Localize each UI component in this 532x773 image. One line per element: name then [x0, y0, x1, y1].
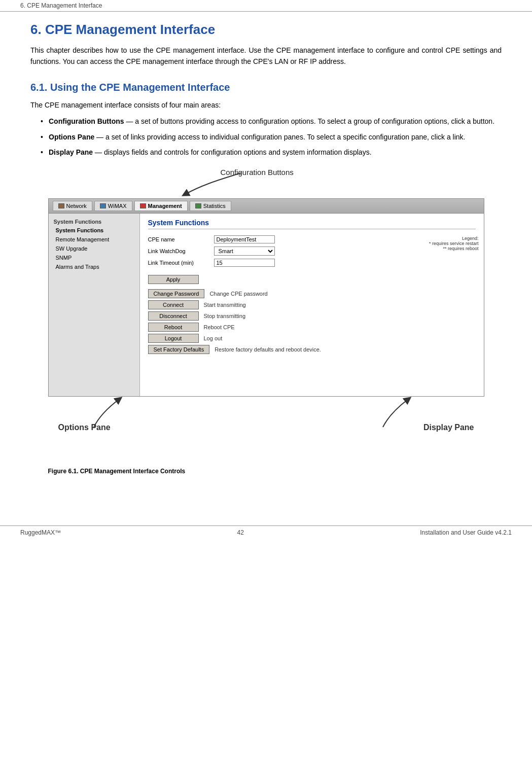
header-text: 6. CPE Management Interface — [20, 2, 102, 9]
tab-network[interactable]: Network — [53, 201, 92, 211]
cpe-sidebar: System Functions System Functions Remote… — [49, 214, 140, 396]
footer-left: RuggedMAX™ — [20, 529, 61, 536]
tab-management-label: Management — [148, 203, 182, 209]
form-row-link-timeout: Link Timeout (min) — [148, 259, 476, 267]
sidebar-item-snmp[interactable]: SNMP — [49, 253, 139, 262]
disconnect-button[interactable]: Disconnect — [148, 311, 199, 321]
form-row-link-watchdog: Link WatchDog Smart — [148, 247, 476, 256]
label-link-watchdog: Link WatchDog — [148, 248, 214, 254]
change-password-button[interactable]: Change Password — [148, 289, 205, 298]
label-link-timeout: Link Timeout (min) — [148, 260, 214, 266]
section1-title: 6.1. Using the CPE Management Interface — [30, 82, 502, 93]
button-row-connect: Connect Start transmitting — [148, 300, 476, 309]
factory-defaults-desc: Restore factory defaults and reboot devi… — [215, 346, 321, 353]
sidebar-item-system-functions[interactable]: System Functions — [49, 226, 139, 235]
factory-defaults-button[interactable]: Set Factory Defaults — [148, 345, 210, 354]
logout-desc: Log out — [204, 335, 223, 341]
sidebar-item-remote-management[interactable]: Remote Management — [49, 235, 139, 244]
chapter-intro: This chapter describes how to use the CP… — [30, 45, 502, 67]
button-row-disconnect: Disconnect Stop transmitting — [148, 311, 476, 321]
statistics-icon — [195, 203, 201, 208]
footer-center: 42 — [237, 529, 243, 536]
select-link-watchdog[interactable]: Smart — [214, 247, 275, 256]
chapter-title: 6. CPE Management Interface — [30, 22, 502, 38]
tab-wimax-label: WiMAX — [108, 203, 127, 209]
label-cpe-name: CPE name — [148, 236, 214, 242]
tab-wimax[interactable]: WiMAX — [94, 201, 132, 211]
display-pane-label: Display Pane — [423, 423, 474, 432]
tab-statistics-label: Statistics — [203, 203, 226, 209]
tab-network-label: Network — [66, 203, 87, 209]
sidebar-item-sw-upgrade[interactable]: SW Upgrade — [49, 244, 139, 253]
sidebar-item-alarms-traps[interactable]: Alarms and Traps — [49, 262, 139, 271]
tab-management[interactable]: Management — [134, 201, 188, 211]
tab-statistics[interactable]: Statistics — [190, 201, 231, 211]
management-icon — [140, 203, 146, 208]
page-footer: RuggedMAX™ 42 Installation and User Guid… — [0, 525, 532, 539]
input-link-timeout[interactable] — [214, 259, 275, 267]
connect-desc: Start transmitting — [204, 302, 246, 308]
button-row-factory-defaults: Set Factory Defaults Restore factory def… — [148, 345, 476, 354]
reboot-button[interactable]: Reboot — [148, 323, 199, 332]
apply-button[interactable]: Apply — [148, 275, 199, 284]
legend-line2: ** requires reboot — [429, 246, 479, 251]
config-label-container: Configuration Buttons — [48, 168, 484, 198]
button-row-change-password: Change Password Change CPE password — [148, 289, 476, 298]
config-arrow-svg — [48, 168, 484, 198]
section1-intro: The CPE management interface consists of… — [30, 99, 502, 111]
page-header: 6. CPE Management Interface — [0, 0, 532, 12]
logout-button[interactable]: Logout — [148, 334, 199, 343]
options-display-arrows-svg — [48, 397, 484, 437]
cpe-body: System Functions System Functions Remote… — [49, 214, 484, 396]
options-pane-label: Options Pane — [58, 423, 111, 432]
button-row-reboot: Reboot Reboot CPE — [148, 323, 476, 332]
wimax-icon — [100, 203, 106, 208]
feature-list: Configuration Buttons — a set of buttons… — [41, 116, 502, 158]
cpe-topbar: Network WiMAX Management Statistics — [49, 199, 484, 214]
bullet-display-pane: Display Pane — displays fields and contr… — [41, 147, 502, 158]
reboot-desc: Reboot CPE — [204, 324, 235, 330]
figure-caption: Figure 6.1. CPE Management Interface Con… — [48, 468, 484, 475]
figure-container: Configuration Buttons Network — [30, 168, 502, 475]
legend-line1: * requires service restart — [429, 241, 479, 246]
page-content: 6. CPE Management Interface This chapter… — [0, 12, 532, 505]
button-row-apply: Apply — [148, 275, 476, 284]
change-password-desc: Change CPE password — [209, 291, 267, 297]
cpe-main-title: System Functions — [148, 219, 476, 229]
input-cpe-name[interactable] — [214, 235, 275, 243]
bullet-config-buttons: Configuration Buttons — a set of buttons… — [41, 116, 502, 127]
bullet-options-pane: Options Pane — a set of links providing … — [41, 131, 502, 143]
form-row-cpe-name: CPE name — [148, 235, 476, 243]
connect-button[interactable]: Connect — [148, 300, 199, 309]
sidebar-group-label: System Functions — [49, 217, 139, 226]
network-icon — [58, 203, 64, 208]
disconnect-desc: Stop transmitting — [204, 313, 246, 319]
cpe-legend: Legend: * requires service restart ** re… — [429, 236, 479, 251]
legend-title: Legend: — [429, 236, 479, 241]
footer-right: Installation and User Guide v4.2.1 — [420, 529, 512, 536]
screenshot-box: Network WiMAX Management Statistics — [48, 198, 484, 397]
diagram-labels-row: Options Pane Display Pane — [48, 397, 484, 437]
cpe-main: System Functions Legend: * requires serv… — [140, 214, 484, 396]
button-row-logout: Logout Log out — [148, 334, 476, 343]
